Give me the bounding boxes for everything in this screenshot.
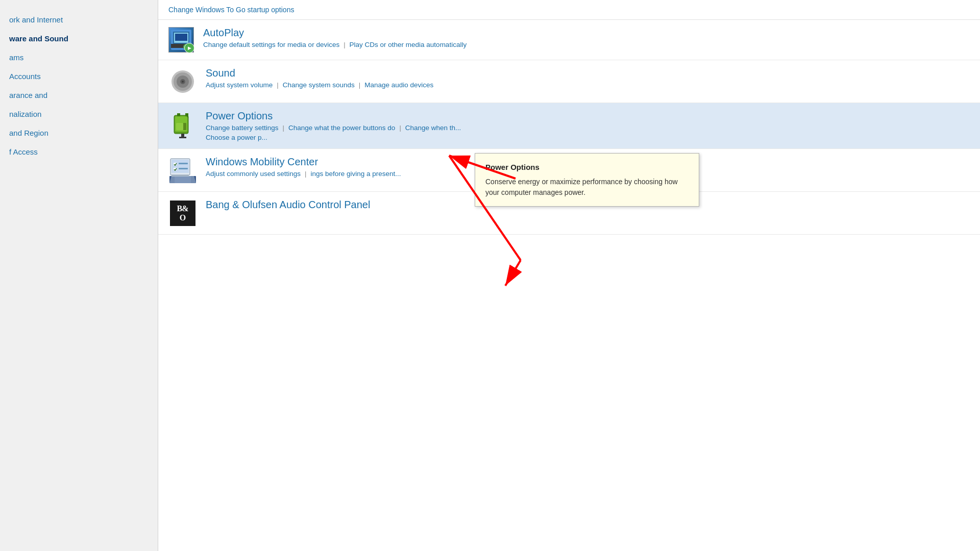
svg-rect-3 bbox=[175, 34, 187, 41]
mobility-title[interactable]: Windows Mobility Center bbox=[206, 156, 318, 168]
sidebar-item-network[interactable]: ork and Internet bbox=[0, 10, 158, 29]
top-banner-link[interactable]: Change Windows To Go startup options bbox=[168, 6, 294, 14]
sep2: | bbox=[277, 81, 278, 89]
power-link-3[interactable]: Change when th... bbox=[405, 124, 461, 132]
power-link-4[interactable]: Choose a power p... bbox=[206, 134, 267, 141]
sidebar-item-programs[interactable]: ams bbox=[0, 48, 158, 67]
power-link-2[interactable]: Change what the power buttons do bbox=[288, 124, 395, 132]
sidebar: ork and Internet ware and Sound ams Acco… bbox=[0, 0, 158, 551]
svg-rect-4 bbox=[171, 44, 191, 48]
autoplay-title[interactable]: AutoPlay bbox=[203, 27, 244, 39]
bo-title[interactable]: Bang & Olufsen Audio Control Panel bbox=[206, 199, 370, 211]
sidebar-item-appearance[interactable]: arance and bbox=[0, 86, 158, 105]
sound-content: Sound Adjust system volume | Change syst… bbox=[206, 67, 970, 89]
mobility-link-2[interactable]: ings before giving a present... bbox=[310, 170, 401, 178]
power-title[interactable]: Power Options bbox=[206, 110, 273, 122]
svg-rect-25 bbox=[179, 168, 188, 169]
svg-rect-19 bbox=[176, 123, 183, 130]
bo-logo: B&O bbox=[170, 201, 195, 226]
sep3: | bbox=[359, 81, 360, 89]
power-links: Change battery settings | Change what th… bbox=[206, 124, 970, 132]
svg-point-11 bbox=[182, 81, 184, 83]
svg-marker-6 bbox=[185, 46, 188, 48]
sidebar-item-clock-region[interactable]: and Region bbox=[0, 123, 158, 142]
sound-link-2[interactable]: Change system sounds bbox=[283, 81, 355, 89]
svg-line-32 bbox=[505, 260, 521, 286]
sidebar-item-hardware-sound[interactable]: ware and Sound bbox=[0, 29, 158, 48]
sound-icon bbox=[168, 67, 197, 95]
svg-rect-21 bbox=[172, 160, 189, 173]
autoplay-link-1[interactable]: Change default settings for media or dev… bbox=[203, 41, 339, 48]
sidebar-item-accounts[interactable]: Accounts bbox=[0, 67, 158, 86]
section-autoplay: AutoPlay Change default settings for med… bbox=[158, 20, 980, 60]
sidebar-item-ease-access[interactable]: f Access bbox=[0, 142, 158, 161]
mobility-icon bbox=[168, 156, 197, 184]
tooltip: Power Options Conserve energy or maximiz… bbox=[475, 153, 699, 207]
sound-link-3[interactable]: Manage audio devices bbox=[364, 81, 433, 89]
tooltip-body: Conserve energy or maximize performance … bbox=[485, 177, 689, 198]
sound-title[interactable]: Sound bbox=[206, 67, 235, 79]
section-sound: Sound Adjust system volume | Change syst… bbox=[158, 60, 980, 103]
svg-point-5 bbox=[183, 44, 189, 50]
tooltip-title: Power Options bbox=[485, 162, 689, 173]
svg-rect-17 bbox=[179, 137, 186, 138]
power-links-2: Choose a power p... bbox=[206, 134, 970, 141]
autoplay-content: AutoPlay Change default settings for med… bbox=[203, 27, 970, 48]
sep5: | bbox=[399, 124, 401, 132]
bo-icon: B&O bbox=[168, 199, 197, 227]
sep4: | bbox=[283, 124, 284, 132]
section-power-options: Power Options Change battery settings | … bbox=[158, 103, 980, 149]
mobility-link-1[interactable]: Adjust commonly used settings bbox=[206, 170, 301, 178]
sep6: | bbox=[305, 170, 306, 178]
main-content: Change Windows To Go startup options Aut… bbox=[158, 0, 980, 551]
svg-marker-29 bbox=[169, 176, 196, 183]
top-banner: Change Windows To Go startup options bbox=[158, 0, 980, 20]
sidebar-item-personalization[interactable]: nalization bbox=[0, 105, 158, 123]
sound-links: Adjust system volume | Change system sou… bbox=[206, 81, 970, 89]
power-link-1[interactable]: Change battery settings bbox=[206, 124, 279, 132]
sound-link-1[interactable]: Adjust system volume bbox=[206, 81, 273, 89]
power-icon bbox=[168, 110, 197, 138]
autoplay-link-2[interactable]: Play CDs or other media automatically bbox=[350, 41, 467, 48]
power-content: Power Options Change battery settings | … bbox=[206, 110, 970, 141]
svg-rect-24 bbox=[179, 163, 188, 164]
autoplay-icon bbox=[168, 27, 194, 53]
sep1: | bbox=[344, 41, 345, 48]
autoplay-links: Change default settings for media or dev… bbox=[203, 41, 970, 48]
